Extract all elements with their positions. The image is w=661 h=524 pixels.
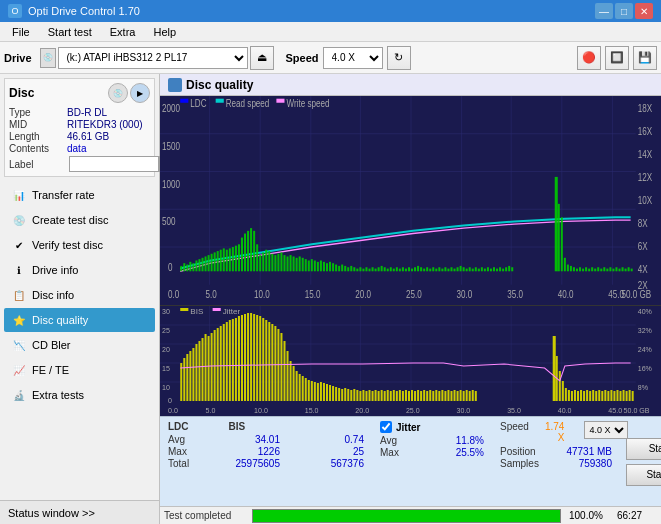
sidebar-item-transfer-rate[interactable]: 📊 Transfer rate xyxy=(4,183,155,207)
svg-rect-173 xyxy=(628,267,630,271)
cd-bler-icon: 📉 xyxy=(12,338,26,352)
svg-text:500: 500 xyxy=(162,215,175,227)
svg-text:1000: 1000 xyxy=(162,178,180,190)
svg-rect-293 xyxy=(411,390,413,401)
save-button[interactable]: 💾 xyxy=(633,46,657,70)
svg-text:30: 30 xyxy=(162,308,170,315)
svg-rect-144 xyxy=(499,267,501,271)
disc-quality-icon: ⭐ xyxy=(12,313,26,327)
svg-rect-0 xyxy=(160,96,661,305)
svg-rect-143 xyxy=(496,269,498,272)
svg-rect-256 xyxy=(299,374,301,401)
drive-label: Drive xyxy=(4,52,32,64)
total-label: Total xyxy=(168,458,204,469)
refresh-button[interactable]: ↻ xyxy=(387,46,411,70)
label-input[interactable] xyxy=(69,156,159,172)
action-buttons: Start full Start part xyxy=(622,417,661,506)
svg-rect-110 xyxy=(396,267,398,271)
sidebar-item-disc-info[interactable]: 📋 Disc info xyxy=(4,283,155,307)
svg-rect-141 xyxy=(490,269,492,272)
speed-select[interactable]: 4.0 X xyxy=(323,47,383,69)
svg-rect-311 xyxy=(466,390,468,401)
svg-rect-83 xyxy=(314,261,316,272)
svg-rect-277 xyxy=(362,390,364,401)
burn-button[interactable]: 🔴 xyxy=(577,46,601,70)
sidebar-item-drive-info[interactable]: ℹ Drive info xyxy=(4,258,155,282)
nav-label-fe-te: FE / TE xyxy=(32,364,69,376)
svg-rect-52 xyxy=(220,250,222,272)
status-window-button[interactable]: Status window >> xyxy=(0,500,159,524)
svg-rect-131 xyxy=(460,266,462,271)
erase-button[interactable]: 🔲 xyxy=(605,46,629,70)
samples-val: 759380 xyxy=(552,458,612,469)
drive-info-icon: ℹ xyxy=(12,263,26,277)
svg-rect-129 xyxy=(454,269,456,272)
svg-rect-227 xyxy=(211,333,213,401)
svg-rect-82 xyxy=(311,259,313,271)
start-part-button[interactable]: Start part xyxy=(626,464,661,486)
svg-rect-109 xyxy=(393,269,395,272)
svg-rect-76 xyxy=(293,256,295,271)
svg-rect-139 xyxy=(484,269,486,272)
svg-rect-96 xyxy=(353,267,355,271)
svg-rect-55 xyxy=(229,248,231,271)
svg-rect-275 xyxy=(356,390,358,401)
jitter-max: 25.5% xyxy=(429,447,484,458)
jitter-checkbox[interactable] xyxy=(380,421,392,433)
svg-rect-48 xyxy=(208,255,210,271)
bis-svg: 30 25 20 15 10 0 40% 32% 24% 16% 8% 0.0 … xyxy=(160,306,661,416)
sidebar-item-extra-tests[interactable]: 🔬 Extra tests xyxy=(4,383,155,407)
menu-file[interactable]: File xyxy=(4,25,38,39)
avg-bis: 0.74 xyxy=(304,434,364,445)
drive-select[interactable]: (k:) ATAPI iHBS312 2 PL17 xyxy=(58,47,248,69)
svg-rect-290 xyxy=(402,391,404,401)
minimize-button[interactable]: — xyxy=(595,3,613,19)
maximize-button[interactable]: □ xyxy=(615,3,633,19)
sidebar-item-verify-test-disc[interactable]: ✔ Verify test disc xyxy=(4,233,155,257)
start-full-button[interactable]: Start full xyxy=(626,438,661,460)
svg-text:0: 0 xyxy=(168,397,172,404)
svg-rect-100 xyxy=(365,267,367,271)
jitter-label: Jitter xyxy=(396,422,420,433)
svg-rect-80 xyxy=(305,259,307,271)
svg-rect-122 xyxy=(432,267,434,271)
svg-rect-118 xyxy=(420,267,422,271)
progress-bar-container: Test completed 100.0% 66:27 xyxy=(160,506,661,524)
svg-rect-322 xyxy=(574,390,576,401)
svg-rect-93 xyxy=(344,266,346,271)
svg-rect-301 xyxy=(435,390,437,401)
svg-rect-274 xyxy=(353,389,355,401)
svg-rect-46 xyxy=(201,258,203,271)
sidebar-item-fe-te[interactable]: 📈 FE / TE xyxy=(4,358,155,382)
type-value: BD-R DL xyxy=(67,107,107,118)
svg-rect-61 xyxy=(247,231,249,271)
svg-rect-107 xyxy=(387,269,389,272)
svg-rect-328 xyxy=(592,390,594,401)
menu-help[interactable]: Help xyxy=(145,25,184,39)
eject-button[interactable]: ⏏ xyxy=(250,46,274,70)
svg-rect-64 xyxy=(256,244,258,271)
svg-text:30.0: 30.0 xyxy=(457,288,473,300)
app-title: Opti Drive Control 1.70 xyxy=(28,5,140,17)
svg-rect-79 xyxy=(302,258,304,271)
disc-icon: 💿 xyxy=(108,83,128,103)
sidebar-item-cd-bler[interactable]: 📉 CD Bler xyxy=(4,333,155,357)
svg-rect-317 xyxy=(559,371,561,401)
svg-rect-252 xyxy=(287,351,289,401)
svg-text:25: 25 xyxy=(162,327,170,334)
svg-rect-313 xyxy=(472,390,474,401)
svg-rect-273 xyxy=(350,390,352,401)
sidebar-item-create-test-disc[interactable]: 💿 Create test disc xyxy=(4,208,155,232)
svg-rect-69 xyxy=(271,254,273,272)
svg-rect-230 xyxy=(220,326,222,401)
close-button[interactable]: ✕ xyxy=(635,3,653,19)
sidebar-item-disc-quality[interactable]: ⭐ Disc quality xyxy=(4,308,155,332)
svg-rect-156 xyxy=(576,269,578,272)
svg-rect-326 xyxy=(586,390,588,401)
svg-rect-114 xyxy=(408,267,410,271)
svg-rect-286 xyxy=(390,391,392,401)
menu-extra[interactable]: Extra xyxy=(102,25,144,39)
svg-rect-151 xyxy=(561,217,563,271)
svg-rect-219 xyxy=(186,354,188,401)
menu-start-test[interactable]: Start test xyxy=(40,25,100,39)
